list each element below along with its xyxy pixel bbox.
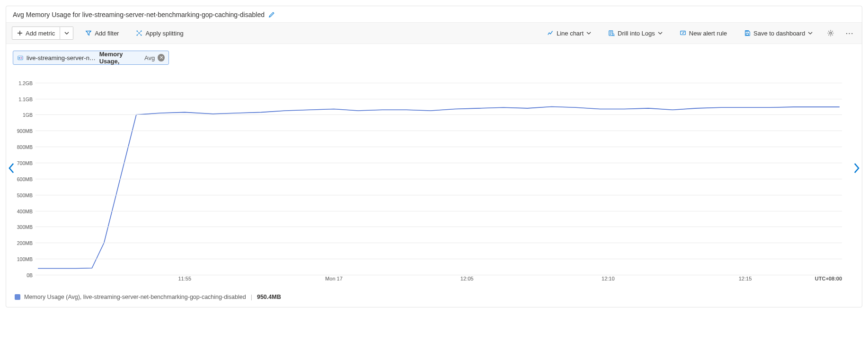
gridline: 100MB xyxy=(35,259,842,259)
logs-icon xyxy=(608,30,615,36)
chart-svg xyxy=(35,71,842,275)
x-axis: UTC+08:00 11:55Mon 1712:0512:1012:15 xyxy=(35,275,842,284)
y-tick-label: 100MB xyxy=(17,256,33,262)
chevron-down-icon xyxy=(658,31,663,35)
panel-header: Avg Memory Usage for live-streaming-serv… xyxy=(6,6,862,22)
split-icon xyxy=(136,30,142,36)
chevron-down-icon xyxy=(64,31,69,35)
svg-point-11 xyxy=(18,57,20,59)
y-tick-label: 600MB xyxy=(17,176,33,182)
y-tick-label: 1.1GB xyxy=(18,96,33,102)
time-prev-button[interactable] xyxy=(8,163,15,176)
legend-separator: | xyxy=(251,294,252,300)
save-dashboard-label: Save to dashboard xyxy=(753,30,805,37)
x-tick-label: 12:05 xyxy=(461,276,474,281)
chip-resource: live-streaming-server-net-... xyxy=(27,54,97,61)
gridline: 1.1GB xyxy=(35,99,842,99)
add-metric-label: Add metric xyxy=(26,30,55,37)
y-tick-label: 300MB xyxy=(17,224,33,230)
gridline: 900MB xyxy=(35,131,842,131)
metric-chip[interactable]: live-streaming-server-net-... Memory Usa… xyxy=(13,51,169,65)
gridline: 1.2GB xyxy=(35,83,842,83)
gridline: 500MB xyxy=(35,195,842,195)
y-tick-label: 400MB xyxy=(17,209,33,214)
add-metric-button[interactable]: Add metric xyxy=(12,26,60,40)
filter-icon xyxy=(85,30,92,36)
drill-logs-label: Drill into Logs xyxy=(618,30,655,37)
legend-swatch xyxy=(15,294,20,300)
svg-rect-13 xyxy=(20,58,22,59)
y-tick-label: 1.2GB xyxy=(18,80,33,86)
x-tick-label: Mon 17 xyxy=(325,276,343,281)
legend-series-name: Memory Usage (Avg), live-streaming-serve… xyxy=(24,294,246,300)
chevron-down-icon xyxy=(586,31,591,35)
chart-type-label: Line chart xyxy=(557,30,584,37)
add-filter-label: Add filter xyxy=(95,30,119,37)
drill-logs-button[interactable]: Drill into Logs xyxy=(603,26,668,40)
gear-icon xyxy=(827,29,834,37)
chart-area: 0B100MB200MB300MB400MB500MB600MB700MB800… xyxy=(6,68,862,289)
svg-rect-8 xyxy=(746,31,748,32)
y-tick-label: 1GB xyxy=(23,112,33,118)
y-tick-label: 700MB xyxy=(17,160,33,166)
svg-rect-6 xyxy=(681,31,686,35)
save-icon xyxy=(744,30,751,36)
gridline: 1GB xyxy=(35,114,842,115)
svg-rect-12 xyxy=(20,57,22,58)
metrics-panel: Avg Memory Usage for live-streaming-serv… xyxy=(6,6,862,307)
chip-metric: Memory Usage, xyxy=(99,51,142,65)
more-button[interactable]: ··· xyxy=(843,26,856,40)
y-tick-label: 800MB xyxy=(17,144,33,150)
apply-splitting-label: Apply splitting xyxy=(145,30,183,37)
gridline: 300MB xyxy=(35,227,842,227)
chart-type-button[interactable]: Line chart xyxy=(542,26,596,40)
time-next-button[interactable] xyxy=(853,163,860,176)
toolbar: Add metric Add filter xyxy=(6,22,862,44)
x-tick-label: 11:55 xyxy=(178,276,191,281)
gridline: 400MB xyxy=(35,211,842,211)
plus-icon xyxy=(17,30,23,36)
resource-icon xyxy=(17,54,24,61)
svg-rect-7 xyxy=(746,34,748,35)
add-filter-button[interactable]: Add filter xyxy=(80,26,124,40)
gridline: 200MB xyxy=(35,243,842,243)
svg-point-9 xyxy=(830,32,832,34)
gridline: 700MB xyxy=(35,163,842,163)
add-metric-caret[interactable] xyxy=(60,26,73,40)
save-dashboard-button[interactable]: Save to dashboard xyxy=(739,26,818,40)
chip-aggregation: Avg xyxy=(144,54,155,61)
y-tick-label: 200MB xyxy=(17,240,33,246)
new-alert-button[interactable]: New alert rule xyxy=(674,26,732,40)
ellipsis-icon: ··· xyxy=(846,30,854,37)
plot-region: 0B100MB200MB300MB400MB500MB600MB700MB800… xyxy=(35,71,842,275)
gridline: 800MB xyxy=(35,147,842,147)
x-tick-label: 12:15 xyxy=(739,276,752,281)
y-tick-label: 0B xyxy=(27,272,33,278)
new-alert-label: New alert rule xyxy=(689,30,727,37)
line-chart-icon xyxy=(547,30,554,36)
alert-icon xyxy=(680,30,686,36)
x-tick-label: 12:10 xyxy=(602,276,615,281)
legend: Memory Usage (Avg), live-streaming-serve… xyxy=(6,289,862,307)
apply-splitting-button[interactable]: Apply splitting xyxy=(131,26,188,40)
chevron-down-icon xyxy=(808,31,813,35)
panel-title: Avg Memory Usage for live-streaming-serv… xyxy=(13,11,265,18)
add-metric-split-button: Add metric xyxy=(12,26,73,40)
edit-title-icon[interactable] xyxy=(268,11,275,18)
y-tick-label: 900MB xyxy=(17,128,33,134)
settings-button[interactable] xyxy=(824,26,837,40)
y-tick-label: 500MB xyxy=(17,192,33,198)
gridline: 600MB xyxy=(35,179,842,179)
legend-value: 950.4MB xyxy=(257,294,281,300)
x-axis-timezone: UTC+08:00 xyxy=(815,276,842,281)
chip-remove-icon[interactable]: ✕ xyxy=(158,54,165,61)
